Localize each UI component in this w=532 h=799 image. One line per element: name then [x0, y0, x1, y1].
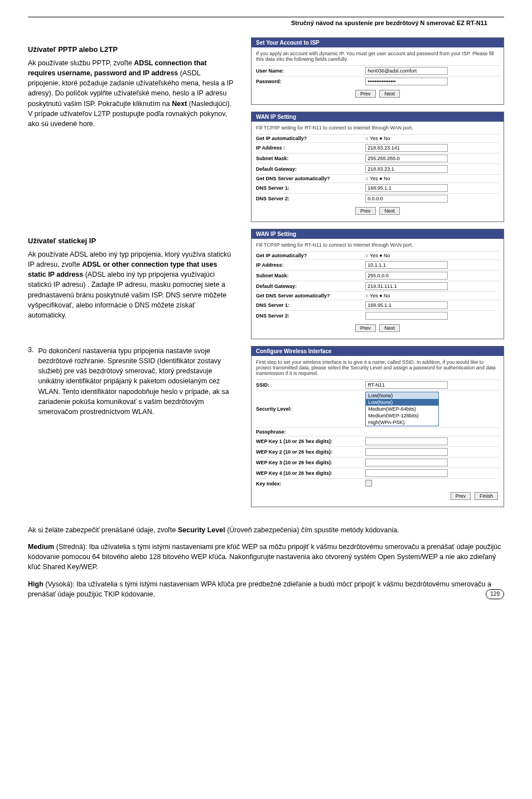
radio-group[interactable]: ○ Yes ● No [365, 253, 499, 258]
username-input[interactable] [365, 67, 448, 75]
wan2-title: WAN IP Setting [252, 229, 504, 239]
wep4-input[interactable] [365, 469, 448, 477]
isp-desc: If you apply an account with dynamic IP.… [256, 51, 499, 62]
ssid-input[interactable] [365, 381, 448, 389]
dd-option[interactable]: Low(None) [366, 399, 438, 406]
wan1-desc: Fill TCP/IP setting for RT-N11 to connec… [256, 125, 499, 131]
t: (Stredná): Iba užívatelia s tými istými … [28, 543, 501, 571]
l: Get DNS Server automatically? [256, 176, 365, 181]
bottom-p1: Ak si želáte zabezpečiť prenášané údaje,… [28, 525, 504, 535]
l: Get DNS Server automatically? [256, 293, 365, 299]
l: Subnet Mask: [256, 273, 365, 278]
dd-option[interactable]: High(WPA-PSK) [366, 419, 438, 426]
bottom-p2: Medium (Stredná): Iba užívatelia s tými … [28, 542, 504, 572]
dd-option[interactable]: Medium(WEP-64bits) [366, 406, 438, 412]
dns2-input[interactable] [365, 312, 448, 320]
dns1-input[interactable] [365, 301, 448, 309]
l: WEP Key 4 (10 or 26 hex digits): [256, 470, 365, 476]
l: Default Gateway: [256, 166, 365, 172]
pptp-para: Ak používate službu PPTP, zvoľte ADSL co… [28, 58, 234, 129]
dns1-input[interactable] [365, 184, 448, 192]
l: Default Gateway: [256, 283, 365, 289]
step3-text: Po dokončení nastavenia typu pripojenia … [38, 346, 234, 417]
wan1-title: WAN IP Setting [252, 112, 504, 122]
t: Ak si želáte zabezpečiť prenášané údaje,… [28, 526, 178, 534]
prev-button[interactable]: Prev [355, 207, 376, 215]
wifi-desc: First step to set your wireless interfac… [256, 359, 499, 376]
t: Security Level [178, 526, 225, 534]
l: SSID: [256, 382, 365, 388]
dd-option[interactable]: Medium(WEP-128bits) [366, 412, 438, 419]
wan2-desc: Fill TCP/IP setting for RT-N11 to connec… [256, 242, 499, 248]
isp-panel: Set Your Account to ISP If you apply an … [251, 37, 504, 105]
prev-button[interactable]: Prev [355, 324, 376, 332]
l: WEP Key 2 (10 or 26 hex digits): [256, 449, 365, 455]
static-para: Ak používate ADSL alebo iný typ pripojen… [28, 249, 234, 320]
bottom-p3: High (Vysoká): Iba užívatelia s tými ist… [28, 579, 504, 599]
l: DNS Server 1: [256, 185, 365, 191]
mask-input[interactable] [365, 272, 448, 280]
ip-input[interactable] [365, 144, 448, 152]
username-label: User Name: [256, 68, 365, 74]
l: Security Level: [256, 406, 365, 412]
l: DNS Server 1: [256, 302, 365, 308]
step-number: 3. [28, 346, 33, 417]
next-button[interactable]: Next [379, 324, 400, 332]
wan2-panel: WAN IP Setting Fill TCP/IP setting for R… [251, 229, 504, 339]
page-number: 129 [486, 589, 504, 600]
security-dropdown[interactable]: Low(None) Low(None) Medium(WEP-64bits) M… [365, 392, 439, 426]
dd-selected: Low(None) [366, 392, 438, 399]
dns2-input[interactable] [365, 195, 448, 203]
wep1-input[interactable] [365, 437, 448, 445]
finish-button[interactable]: Finish [475, 492, 498, 500]
t: (Úroveň zabezpečenia) čím spustíte metód… [227, 526, 399, 534]
l: DNS Server 2: [256, 196, 365, 201]
doc-header: Stručný návod na spustenie pre bezdrôtov… [28, 20, 504, 26]
wifi-panel: Configure Wireless Interface First step … [251, 346, 504, 507]
wan1-panel: WAN IP Setting Fill TCP/IP setting for R… [251, 112, 504, 222]
t: (Vysoká): Iba užívatelia s tými istými n… [28, 580, 491, 598]
t: Medium [28, 543, 54, 551]
l: Key Index: [256, 481, 365, 487]
mask-input[interactable] [365, 155, 448, 162]
l: Get IP automatically? [256, 136, 365, 141]
key-index-box[interactable] [365, 480, 372, 487]
l: Subnet Mask: [256, 156, 365, 161]
t: Next [172, 100, 187, 108]
password-label: Password: [256, 79, 365, 84]
l: DNS Server 2: [256, 313, 365, 319]
wep3-input[interactable] [365, 459, 448, 466]
radio-group[interactable]: ○ Yes ● No [365, 176, 499, 181]
next-button[interactable]: Next [379, 207, 400, 215]
gw-input[interactable] [365, 282, 448, 290]
l: WEP Key 3 (10 or 26 hex digits): [256, 460, 365, 465]
radio-group[interactable]: ○ Yes ● No [365, 136, 499, 141]
prev-button[interactable]: Prev [355, 90, 376, 98]
t: High [28, 580, 43, 588]
prev-button[interactable]: Prev [451, 492, 471, 500]
wifi-title: Configure Wireless Interface [252, 346, 504, 356]
radio-group[interactable]: ○ Yes ● No [365, 293, 499, 299]
l: IP Address : [256, 145, 365, 151]
isp-panel-title: Set Your Account to ISP [252, 38, 504, 47]
l: IP Address: [256, 262, 365, 268]
gw-input[interactable] [365, 165, 448, 173]
ip-input[interactable] [365, 261, 448, 269]
static-heading: Užívateľ statickej IP [28, 237, 234, 245]
l: Passphrase: [256, 429, 365, 435]
next-button[interactable]: Next [379, 90, 400, 98]
l: WEP Key 1 (10 or 26 hex digits): [256, 439, 365, 444]
l: Get IP automatically? [256, 253, 365, 258]
password-input[interactable] [365, 78, 448, 85]
header-rule [28, 17, 504, 17]
wep2-input[interactable] [365, 448, 448, 456]
t: Ak používate službu PPTP, zvoľte [28, 59, 134, 67]
pptp-heading: Užívateľ PPTP alebo L2TP [28, 45, 234, 54]
